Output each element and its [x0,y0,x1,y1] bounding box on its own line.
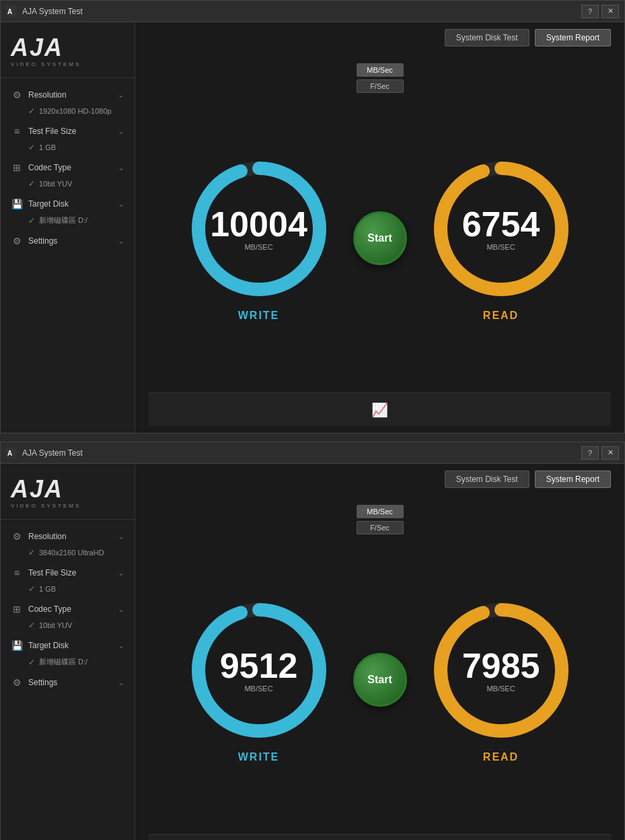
title-bar-text-1: AJA System Test [22,7,581,16]
sidebar-value-testfilesize-1: ✓ 1 GB [1,141,135,158]
sidebar-item-testfilesize-1[interactable]: ≡ Test File Size ⌄ [1,121,135,141]
checkmark-targetdisk-2: ✓ [28,658,35,667]
targetdisk-icon-1: 💾 [11,198,23,210]
read-value-1: 6754 [462,207,540,242]
checkmark-testfilesize-1: ✓ [28,143,35,152]
sidebar-value-targetdisk-1: ✓ 新增磁碟區 D:/ [1,214,135,231]
gauges-container-1: 10004 MB/SEC WRITE Start [185,155,575,322]
sidebar-item-codec-2[interactable]: ⊞ Codec Type ⌄ [1,599,135,619]
help-button-2[interactable]: ? [581,446,599,460]
window-content-1: AJA VIDEO SYSTEMS ⚙ Resolution ⌄ ✓ 1920x… [1,22,624,433]
svg-text:A: A [7,8,12,15]
sidebar-item-settings-2[interactable]: ⚙ Settings ⌄ [1,672,135,693]
sidebar-2: AJA VIDEO SYSTEMS ⚙ Resolution ⌄ ✓ 3840x… [1,464,135,840]
aja-logo-1: AJA VIDEO SYSTEMS [11,36,124,67]
start-button-1[interactable]: Start [353,211,407,265]
chevron-down-icon-testfilesize-2: ⌄ [118,568,124,578]
sidebar-item-label-testfilesize-1: Test File Size [28,127,118,136]
write-value-1: 10004 [210,207,307,242]
write-gauge-inner-2: 9512 MB/SEC [220,648,298,693]
main-area-1: System Disk Test System Report MB/Sec F/… [135,22,624,433]
system-report-button-2[interactable]: System Report [535,470,611,488]
chevron-down-icon-resolution-2: ⌄ [118,532,124,541]
sidebar-value-resolution-2: ✓ 3840x2160 UltraHD [1,547,135,563]
logo-area-1: AJA VIDEO SYSTEMS [1,29,135,78]
read-value-2: 7985 [462,648,540,683]
sidebar-item-targetdisk-1[interactable]: 💾 Target Disk ⌄ [1,194,135,214]
read-gauge-circle-1: 6754 MB/SEC [427,155,575,303]
chevron-down-icon-targetdisk-2: ⌄ [118,641,124,650]
title-bar-1: A AJA System Test ? ✕ [1,1,624,22]
checkmark-testfilesize-2: ✓ [28,584,35,594]
sidebar-item-codec-1[interactable]: ⊞ Codec Type ⌄ [1,158,135,178]
write-unit-1: MB/SEC [210,243,307,251]
gauge-area-2: MB/Sec F/Sec 9512 MB/SEC [149,498,611,834]
read-unit-1: MB/SEC [462,243,540,251]
sidebar-item-label-codec-2: Codec Type [28,604,118,614]
sidebar-item-testfilesize-2[interactable]: ≡ Test File Size ⌄ [1,563,135,583]
title-bar-text-2: AJA System Test [22,448,581,458]
read-gauge-wrapper-2: 7985 MB/SEC READ [427,596,575,763]
system-report-button-1[interactable]: System Report [535,29,611,46]
sidebar-value-text-targetdisk-2: 新增磁碟區 D:/ [39,657,87,667]
mb-sec-button-1[interactable]: MB/Sec [357,63,404,77]
main-area-2: System Disk Test System Report MB/Sec F/… [135,464,624,840]
sidebar-value-text-testfilesize-1: 1 GB [39,143,56,151]
bottom-bar-1[interactable]: 📈 [149,392,611,426]
sidebar-item-label-settings-1: Settings [28,236,118,246]
close-button-2[interactable]: ✕ [601,446,619,460]
sidebar-item-resolution-2[interactable]: ⚙ Resolution ⌄ [1,526,135,547]
sidebar-value-text-testfilesize-2: 1 GB [39,585,56,593]
sidebar-item-label-resolution-2: Resolution [28,532,118,541]
window-content-2: AJA VIDEO SYSTEMS ⚙ Resolution ⌄ ✓ 3840x… [1,464,624,840]
system-disk-test-button-2[interactable]: System Disk Test [445,470,529,488]
close-button-1[interactable]: ✕ [601,5,619,18]
codec-icon-1: ⊞ [11,162,23,174]
bottom-bar-2[interactable]: 📈 [149,834,611,840]
window-2: A AJA System Test ? ✕ AJA VIDEO SYSTEMS … [0,442,625,840]
write-gauge-inner-1: 10004 MB/SEC [210,207,307,251]
gauge-area-1: MB/Sec F/Sec 10004 MB/SEC [149,57,611,392]
sidebar-1: AJA VIDEO SYSTEMS ⚙ Resolution ⌄ ✓ 1920x… [1,22,135,433]
system-disk-test-button-1[interactable]: System Disk Test [445,29,529,46]
sidebar-item-label-targetdisk-1: Target Disk [28,199,118,209]
mb-sec-button-2[interactable]: MB/Sec [357,505,404,518]
resolution-icon-1: ⚙ [11,89,23,101]
codec-icon-2: ⊞ [11,603,23,615]
aja-subtitle-2: VIDEO SYSTEMS [11,503,81,509]
window-1: A AJA System Test ? ✕ AJA VIDEO SYSTEMS … [0,0,625,433]
graph-icon-1: 📈 [371,402,388,418]
settings-icon-2: ⚙ [11,676,23,689]
testfilesize-icon-1: ≡ [11,125,23,137]
sidebar-item-resolution-1[interactable]: ⚙ Resolution ⌄ [1,85,135,105]
sidebar-value-targetdisk-2: ✓ 新增磁碟區 D:/ [1,656,135,672]
write-value-2: 9512 [220,648,298,683]
sidebar-value-text-codec-1: 10bit YUV [39,180,72,188]
chevron-down-icon-codec-2: ⌄ [118,604,124,614]
write-gauge-circle-1: 10004 MB/SEC [185,155,333,303]
sidebar-value-text-resolution-1: 1920x1080 HD-1080p [39,107,112,115]
f-sec-button-1[interactable]: F/Sec [357,79,404,93]
chevron-down-icon-codec-1: ⌄ [118,163,124,172]
f-sec-button-2[interactable]: F/Sec [357,521,404,534]
start-button-2[interactable]: Start [353,653,407,707]
sidebar-item-targetdisk-2[interactable]: 💾 Target Disk ⌄ [1,635,135,656]
aja-letters-2: AJA [11,477,63,501]
top-bar-1: System Disk Test System Report [149,29,611,46]
targetdisk-icon-2: 💾 [11,639,23,652]
settings-icon-1: ⚙ [11,235,23,247]
help-button-1[interactable]: ? [581,5,599,18]
testfilesize-icon-2: ≡ [11,567,23,579]
sidebar-value-text-targetdisk-1: 新增磁碟區 D:/ [39,215,87,225]
chevron-down-icon-resolution-1: ⌄ [118,90,124,100]
write-label-1: WRITE [238,310,280,322]
read-label-2: READ [483,751,519,763]
top-bar-2: System Disk Test System Report [149,470,611,488]
app-icon: A [6,6,17,17]
sidebar-item-settings-1[interactable]: ⚙ Settings ⌄ [1,231,135,251]
checkmark-resolution-2: ✓ [28,548,35,557]
unit-toggles-1: MB/Sec F/Sec [357,63,404,93]
title-bar-controls-2: ? ✕ [581,446,619,460]
chevron-down-icon-testfilesize-1: ⌄ [118,127,124,136]
app-icon-2: A [6,448,17,458]
